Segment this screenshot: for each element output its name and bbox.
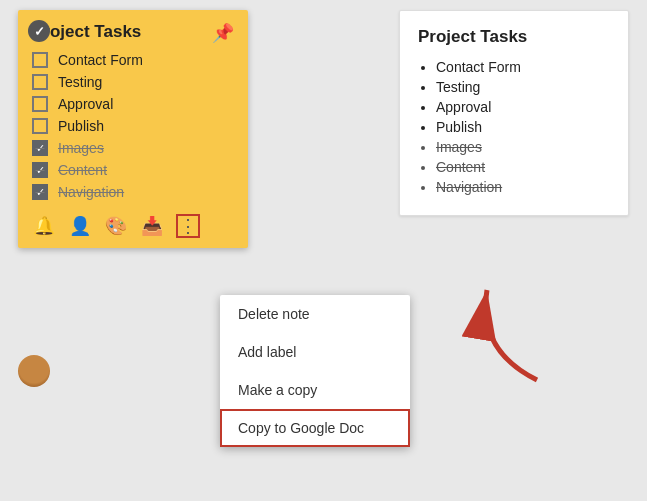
task-item[interactable]: Contact Form xyxy=(32,52,234,68)
arrow-svg xyxy=(457,270,557,390)
preview-list-item: Navigation xyxy=(436,179,610,195)
task-item[interactable]: Content xyxy=(32,162,234,178)
task-checkbox[interactable] xyxy=(32,96,48,112)
delete-note-menu-item[interactable]: Delete note xyxy=(220,295,410,333)
preview-card: Project Tasks Contact FormTestingApprova… xyxy=(399,10,629,216)
task-item[interactable]: Navigation xyxy=(32,184,234,200)
task-checkbox[interactable] xyxy=(32,118,48,134)
done-checkmark[interactable] xyxy=(28,20,50,42)
sticky-footer: 🔔 👤 🎨 📥 ⋮ xyxy=(32,210,234,238)
task-item[interactable]: Testing xyxy=(32,74,234,90)
task-item[interactable]: Publish xyxy=(32,118,234,134)
preview-list-item: Publish xyxy=(436,119,610,135)
task-label: Images xyxy=(58,140,104,156)
more-options-icon[interactable]: ⋮ xyxy=(176,214,200,238)
reminder-icon[interactable]: 🔔 xyxy=(32,214,56,238)
preview-list-item: Images xyxy=(436,139,610,155)
task-checkbox[interactable] xyxy=(32,74,48,90)
task-list: Contact FormTestingApprovalPublishImages… xyxy=(32,52,234,200)
task-checkbox[interactable] xyxy=(32,184,48,200)
context-menu: Delete noteAdd labelMake a copyCopy to G… xyxy=(220,295,410,447)
copy-to-google-doc-menu-item[interactable]: Copy to Google Doc xyxy=(220,409,410,447)
task-item[interactable]: Approval xyxy=(32,96,234,112)
preview-list-item: Contact Form xyxy=(436,59,610,75)
avatar-image xyxy=(18,355,50,387)
sticky-note-header: Project Tasks 📌 xyxy=(32,22,234,44)
arrow-graphic xyxy=(457,270,557,390)
preview-list-item: Testing xyxy=(436,79,610,95)
add-label-menu-item[interactable]: Add label xyxy=(220,333,410,371)
task-label: Contact Form xyxy=(58,52,143,68)
task-checkbox[interactable] xyxy=(32,52,48,68)
archive-icon[interactable]: 📥 xyxy=(140,214,164,238)
preview-list-item: Approval xyxy=(436,99,610,115)
preview-list: Contact FormTestingApprovalPublishImages… xyxy=(418,59,610,195)
task-label: Testing xyxy=(58,74,102,90)
task-label: Content xyxy=(58,162,107,178)
make-copy-menu-item[interactable]: Make a copy xyxy=(220,371,410,409)
color-icon[interactable]: 🎨 xyxy=(104,214,128,238)
task-label: Navigation xyxy=(58,184,124,200)
preview-list-item: Content xyxy=(436,159,610,175)
task-checkbox[interactable] xyxy=(32,140,48,156)
avatar xyxy=(18,355,50,387)
preview-title: Project Tasks xyxy=(418,27,610,47)
task-label: Publish xyxy=(58,118,104,134)
task-checkbox[interactable] xyxy=(32,162,48,178)
sticky-note: Project Tasks 📌 Contact FormTestingAppro… xyxy=(18,10,248,248)
task-item[interactable]: Images xyxy=(32,140,234,156)
collaborator-icon[interactable]: 👤 xyxy=(68,214,92,238)
pin-icon[interactable]: 📌 xyxy=(212,22,234,44)
task-label: Approval xyxy=(58,96,113,112)
